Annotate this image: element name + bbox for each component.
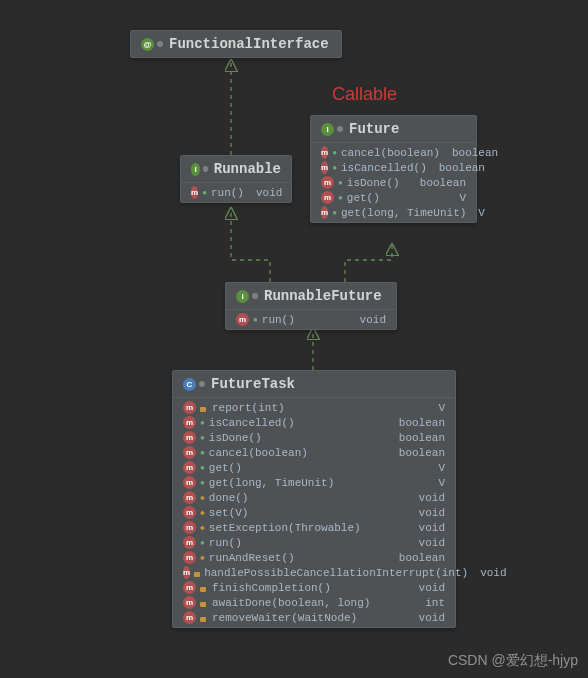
public-icon: ● — [200, 448, 205, 457]
method-icon: m — [183, 476, 196, 489]
method-icon: m — [183, 551, 196, 564]
protected-icon: ◆ — [200, 508, 205, 517]
method-icon: m — [321, 161, 328, 174]
member-name: set(V) — [209, 507, 407, 519]
member-return-type: boolean — [431, 162, 485, 174]
member-row: m ● get() V — [173, 460, 455, 475]
node-future[interactable]: I Future m ● cancel(boolean) boolean m ●… — [310, 115, 477, 223]
member-return-type: boolean — [391, 417, 445, 429]
node-functional-interface[interactable]: @ FunctionalInterface — [130, 30, 342, 58]
modifier-icon — [252, 293, 258, 299]
member-return-type: boolean — [412, 177, 466, 189]
member-return-type: void — [352, 314, 386, 326]
member-return-type: V — [430, 477, 445, 489]
method-icon: m — [183, 461, 196, 474]
member-list: m ● cancel(boolean) boolean m ● isCancel… — [311, 142, 476, 222]
protected-icon: ◆ — [200, 553, 205, 562]
member-return-type: V — [451, 192, 466, 204]
member-list: m ● run() void — [226, 309, 396, 329]
member-name: isDone() — [209, 432, 387, 444]
member-row: m ◆ done() void — [173, 490, 455, 505]
public-icon: ● — [338, 178, 343, 187]
lock-icon — [200, 599, 208, 607]
member-name: cancel(boolean) — [209, 447, 387, 459]
lock-icon — [200, 404, 208, 412]
member-row: m awaitDone(boolean, long) int — [173, 595, 455, 610]
public-icon: ● — [200, 463, 205, 472]
node-title: Runnable — [214, 161, 281, 177]
member-return-type: V — [470, 207, 485, 219]
member-name: done() — [209, 492, 407, 504]
member-return-type: boolean — [444, 147, 498, 159]
modifier-icon — [157, 41, 163, 47]
interface-icon: I — [321, 123, 334, 136]
member-name: run() — [211, 187, 244, 199]
member-return-type: boolean — [391, 432, 445, 444]
member-list: m ● run() void — [181, 182, 291, 202]
method-icon: m — [183, 401, 196, 414]
node-runnable[interactable]: I Runnable m ● run() void — [180, 155, 292, 203]
member-row: m ● run() void — [181, 185, 291, 200]
member-return-type: int — [417, 597, 445, 609]
member-row: m ● get() V — [311, 190, 476, 205]
method-icon: m — [183, 506, 196, 519]
member-name: awaitDone(boolean, long) — [212, 597, 413, 609]
member-row: m finishCompletion() void — [173, 580, 455, 595]
method-icon: m — [321, 191, 334, 204]
class-icon: C — [183, 378, 196, 391]
modifier-icon — [203, 166, 207, 172]
modifier-icon — [337, 126, 343, 132]
method-icon: m — [321, 176, 334, 189]
public-icon: ● — [338, 193, 343, 202]
method-icon: m — [321, 146, 328, 159]
member-row: m ● cancel(boolean) boolean — [311, 145, 476, 160]
watermark: CSDN @爱幻想-hjyp — [448, 652, 578, 670]
member-return-type: void — [411, 582, 445, 594]
protected-icon: ◆ — [200, 523, 205, 532]
annotation-callable: Callable — [332, 84, 397, 105]
member-return-type: void — [411, 612, 445, 624]
node-future-task[interactable]: C FutureTask m report(int) V m ● isCance… — [172, 370, 456, 628]
member-name: removeWaiter(WaitNode) — [212, 612, 407, 624]
member-row: m ● isDone() boolean — [173, 430, 455, 445]
method-icon: m — [183, 431, 196, 444]
node-runnable-future[interactable]: I RunnableFuture m ● run() void — [225, 282, 397, 330]
method-icon: m — [183, 491, 196, 504]
member-name: get(long, TimeUnit) — [209, 477, 427, 489]
member-row: m ● get(long, TimeUnit) V — [311, 205, 476, 220]
method-icon: m — [191, 186, 198, 199]
member-name: setException(Throwable) — [209, 522, 407, 534]
member-row: m ◆ set(V) void — [173, 505, 455, 520]
member-row: m handlePossibleCancellationInterrupt(in… — [173, 565, 455, 580]
member-return-type: V — [430, 462, 445, 474]
public-icon: ● — [332, 208, 337, 217]
protected-icon: ◆ — [200, 493, 205, 502]
method-icon: m — [183, 416, 196, 429]
lock-icon — [200, 614, 208, 622]
member-row: m ◆ setException(Throwable) void — [173, 520, 455, 535]
method-icon: m — [183, 446, 196, 459]
public-icon: ● — [200, 478, 205, 487]
public-icon: ● — [200, 433, 205, 442]
member-row: m ● run() void — [226, 312, 396, 327]
member-name: finishCompletion() — [212, 582, 407, 594]
member-name: report(int) — [212, 402, 426, 414]
member-name: runAndReset() — [209, 552, 387, 564]
member-return-type: void — [411, 522, 445, 534]
member-return-type: boolean — [391, 552, 445, 564]
interface-icon: I — [191, 163, 200, 176]
member-name: isCancelled() — [209, 417, 387, 429]
member-return-type: V — [430, 402, 445, 414]
member-row: m report(int) V — [173, 400, 455, 415]
public-icon: ● — [332, 148, 337, 157]
method-icon: m — [183, 596, 196, 609]
public-icon: ● — [332, 163, 337, 172]
method-icon: m — [183, 566, 190, 579]
member-return-type: void — [411, 492, 445, 504]
node-title: Future — [349, 121, 399, 137]
public-icon: ● — [253, 315, 258, 324]
member-name: isDone() — [347, 177, 408, 189]
member-row: m ● isCancelled() boolean — [311, 160, 476, 175]
public-icon: ● — [200, 418, 205, 427]
member-list: m report(int) V m ● isCancelled() boolea… — [173, 397, 455, 627]
